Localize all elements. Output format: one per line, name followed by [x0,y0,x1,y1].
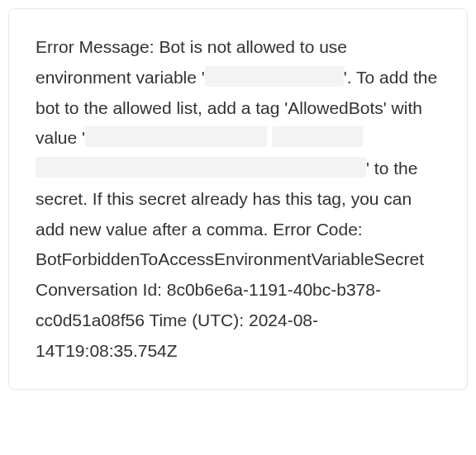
redacted-env-variable [205,66,344,87]
time-label: Time (UTC): [145,310,249,329]
error-card: Error Message: Bot is not allowed to use… [8,8,468,390]
error-text-part3: ' to the secret. If this secret already … [36,159,424,299]
redacted-allowed-value-3 [36,157,366,178]
redacted-allowed-value-1 [85,126,267,147]
redacted-allowed-value-2 [272,126,363,147]
error-message-text: Error Message: Bot is not allowed to use… [36,32,440,366]
